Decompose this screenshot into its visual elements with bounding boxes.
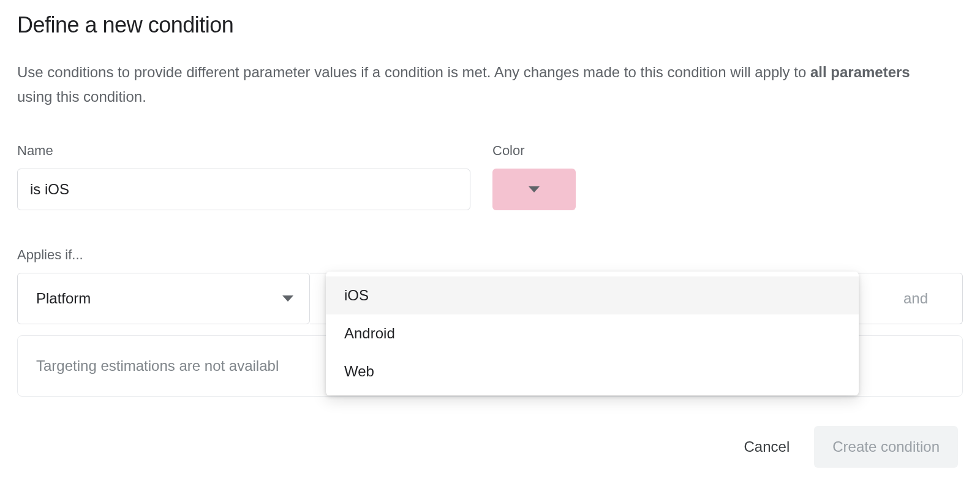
name-input[interactable] [17,169,470,210]
footer-actions: Cancel Create condition [17,426,963,468]
and-label: and [903,290,928,307]
create-condition-button[interactable]: Create condition [814,426,958,468]
color-field-group: Color [492,143,576,210]
dropdown-option-web[interactable]: Web [326,352,859,390]
applies-if-label: Applies if... [17,247,963,263]
caret-down-icon [529,186,540,192]
color-dropdown[interactable] [492,169,576,210]
dropdown-option-ios[interactable]: iOS [326,276,859,314]
platform-dropdown-menu: iOS Android Web [326,272,859,395]
caret-down-icon [282,295,293,302]
name-label: Name [17,143,470,159]
condition-type-selected: Platform [36,290,91,307]
cancel-button[interactable]: Cancel [739,428,795,465]
description-suffix: using this condition. [17,88,146,105]
condition-type-select[interactable]: Platform [17,273,310,324]
description-prefix: Use conditions to provide different para… [17,64,810,80]
page-description: Use conditions to provide different para… [17,60,911,108]
condition-row: Platform and iOS Android Web [17,273,963,324]
name-field-group: Name [17,143,470,210]
targeting-estimation-text: Targeting estimations are not availabl [36,357,279,375]
dropdown-option-android[interactable]: Android [326,314,859,352]
name-color-row: Name Color [17,143,963,210]
page-title: Define a new condition [17,12,963,38]
description-bold: all parameters [810,64,910,80]
color-label: Color [492,143,576,159]
